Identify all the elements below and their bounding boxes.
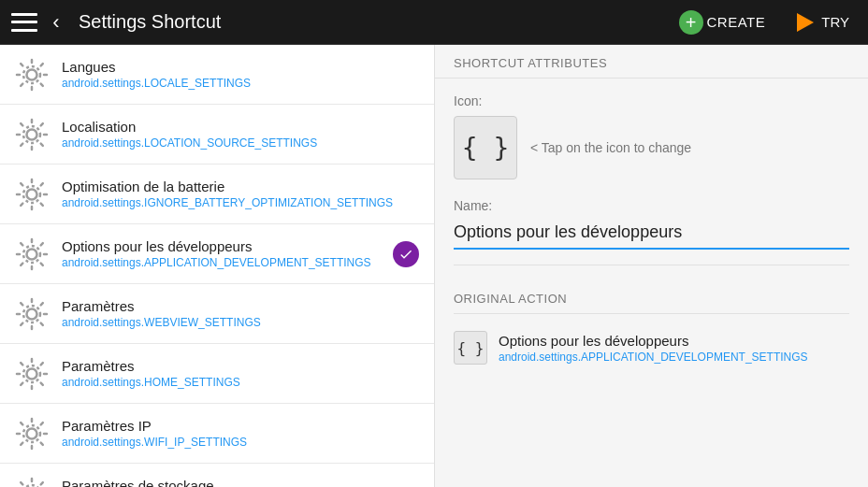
setting-action: android.settings.LOCALE_SETTINGS: [62, 77, 419, 90]
gear-icon: [15, 237, 49, 271]
setting-action: android.settings.IGNORE_BATTERY_OPTIMIZA…: [62, 196, 419, 209]
setting-action: android.settings.HOME_SETTINGS: [62, 376, 419, 389]
list-item[interactable]: Options pour les développeursandroid.set…: [0, 224, 434, 284]
setting-name: Paramètres de stockage: [62, 478, 419, 487]
svg-point-11: [27, 368, 37, 379]
setting-text: Paramètresandroid.settings.HOME_SETTINGS: [62, 358, 419, 389]
svg-point-13: [27, 428, 37, 438]
header-actions: + CREATE TRY: [668, 4, 857, 41]
original-action-section: ORIGINAL ACTION { } Options pour les dév…: [454, 280, 849, 372]
setting-action: android.settings.WEBVIEW_SETTINGS: [62, 316, 419, 329]
divider: [454, 265, 849, 265]
original-action-header: ORIGINAL ACTION: [454, 280, 849, 314]
list-item[interactable]: Paramètres IPandroid.settings.WIFI_IP_SE…: [0, 404, 434, 464]
list-item[interactable]: Localisationandroid.settings.LOCATION_SO…: [0, 105, 434, 165]
gear-icon: [15, 178, 49, 211]
gear-icon: [15, 357, 49, 391]
settings-list: Languesandroid.settings.LOCALE_SETTINGS …: [0, 45, 435, 487]
setting-action: android.settings.LOCATION_SOURCE_SETTING…: [62, 136, 419, 150]
header-left: ‹ Settings Shortcut: [11, 11, 668, 33]
gear-icon: [15, 297, 49, 331]
setting-text: Options pour les développeursandroid.set…: [62, 238, 393, 269]
setting-name: Paramètres: [62, 358, 419, 374]
back-icon[interactable]: ‹: [47, 13, 65, 32]
create-label: CREATE: [707, 14, 766, 30]
check-badge: [393, 241, 419, 267]
name-input[interactable]: [454, 217, 849, 250]
icon-symbol: { }: [462, 133, 510, 164]
original-action-row: { } Options pour les développeurs androi…: [454, 323, 849, 372]
setting-name: Options pour les développeurs: [62, 238, 393, 254]
list-item[interactable]: Optimisation de la batterieandroid.setti…: [0, 165, 434, 224]
svg-point-1: [27, 69, 37, 79]
right-panel: SHORTCUT ATTRIBUTES Icon: { } < Tap on t…: [435, 45, 868, 487]
list-item[interactable]: Paramètresandroid.settings.WEBVIEW_SETTI…: [0, 284, 434, 344]
list-item[interactable]: Paramètresandroid.settings.HOME_SETTINGS: [0, 344, 434, 404]
setting-action: android.settings.WIFI_IP_SETTINGS: [62, 436, 419, 449]
app-header: ‹ Settings Shortcut + CREATE TRY: [0, 0, 868, 45]
svg-point-9: [27, 308, 37, 319]
gear-icon: [15, 58, 49, 92]
main-content: Languesandroid.settings.LOCALE_SETTINGS …: [0, 45, 868, 487]
setting-text: Localisationandroid.settings.LOCATION_SO…: [62, 119, 419, 150]
svg-point-7: [27, 249, 37, 259]
setting-name: Paramètres IP: [62, 418, 419, 434]
svg-marker-0: [797, 13, 814, 32]
svg-point-5: [27, 189, 37, 199]
original-action-text: Options pour les développeurs android.se…: [499, 333, 808, 364]
setting-text: Paramètres de stockageandroid.settings.I…: [62, 478, 419, 487]
try-label: TRY: [821, 14, 849, 30]
create-button[interactable]: + CREATE: [668, 5, 777, 40]
original-action-name: Options pour les développeurs: [499, 333, 808, 349]
list-item[interactable]: Paramètres de stockageandroid.settings.I…: [0, 464, 434, 487]
svg-point-3: [27, 129, 37, 139]
setting-name: Paramètres: [62, 298, 419, 314]
setting-name: Langues: [62, 59, 419, 75]
icon-hint: < Tap on the icon to change: [530, 140, 691, 155]
setting-name: Optimisation de la batterie: [62, 179, 419, 194]
original-action-key: android.settings.APPLICATION_DEVELOPMENT…: [499, 351, 808, 364]
attributes-content: Icon: { } < Tap on the icon to change Na…: [435, 79, 868, 387]
icon-preview-row: { } < Tap on the icon to change: [454, 116, 849, 179]
gear-icon: [15, 477, 49, 488]
setting-text: Optimisation de la batterieandroid.setti…: [62, 179, 419, 209]
icon-label: Icon:: [454, 93, 849, 108]
play-icon: [791, 9, 817, 36]
icon-preview[interactable]: { }: [454, 116, 517, 179]
plus-icon: +: [679, 10, 703, 35]
try-button[interactable]: TRY: [784, 4, 857, 41]
original-action-icon: { }: [454, 331, 487, 365]
setting-text: Paramètresandroid.settings.WEBVIEW_SETTI…: [62, 298, 419, 329]
hamburger-icon[interactable]: [11, 13, 37, 32]
page-title: Settings Shortcut: [79, 11, 221, 33]
setting-name: Localisation: [62, 119, 419, 135]
gear-icon: [15, 417, 49, 451]
gear-icon: [15, 118, 49, 151]
setting-action: android.settings.APPLICATION_DEVELOPMENT…: [62, 256, 393, 269]
name-label: Name:: [454, 198, 849, 213]
setting-text: Paramètres IPandroid.settings.WIFI_IP_SE…: [62, 418, 419, 449]
list-item[interactable]: Languesandroid.settings.LOCALE_SETTINGS: [0, 45, 434, 105]
shortcut-attributes-header: SHORTCUT ATTRIBUTES: [435, 45, 868, 79]
setting-text: Languesandroid.settings.LOCALE_SETTINGS: [62, 59, 419, 90]
